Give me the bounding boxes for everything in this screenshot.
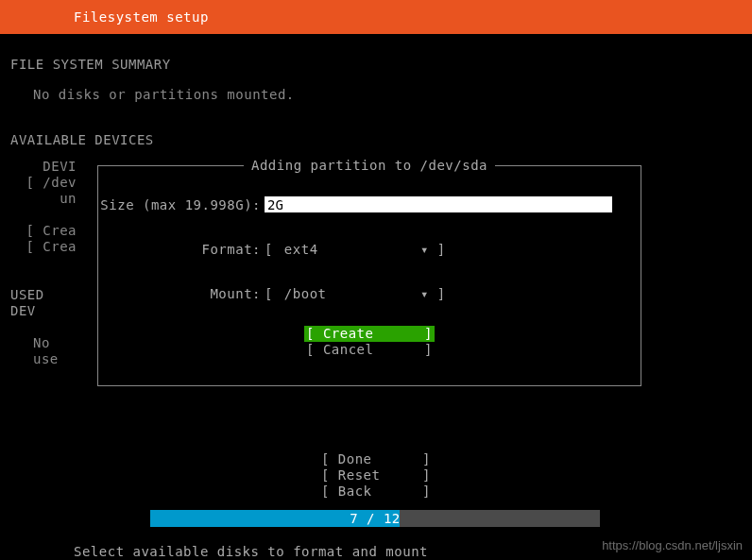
modal-title: Adding partition to /dev/sda [244,158,495,173]
header-title: Filesystem setup [74,9,209,25]
format-label: Format: [98,242,265,257]
mount-value: /boot [282,286,414,301]
add-partition-modal: Adding partition to /dev/sda Size (max 1… [97,165,641,386]
device-unit: un [10,191,77,207]
progress-bar: 7 / 12 [150,510,600,527]
size-label: Size (max 19.998G): [98,197,265,212]
back-button[interactable]: [ Back ] [0,484,752,500]
format-field-row: Format: [ ext4▾ ] [98,241,641,257]
mount-dropdown[interactable]: [ /boot▾ ] [265,286,446,301]
mount-label: Mount: [98,286,265,301]
file-system-summary-text: No disks or partitions mounted. [33,87,752,102]
watermark: https://blog.csdn.net/ljsxin [602,538,743,552]
chevron-down-icon: ▾ [414,286,437,301]
device-path: [ /dev [10,175,77,191]
used-devices-heading: USED DEV [10,287,77,319]
size-field-row: Size (max 19.998G): [98,196,641,212]
progress-text: 7 / 12 [350,510,401,527]
device-label: DEVI [10,159,77,175]
header-bar: Filesystem setup [0,0,752,34]
main-content: FILE SYSTEM SUMMARY No disks or partitio… [0,34,752,147]
cancel-button[interactable]: [ Cancel ] [306,342,433,358]
reset-button[interactable]: [ Reset ] [0,467,752,484]
create-option-2: [ Crea [10,239,77,255]
create-option-1: [ Crea [10,223,77,239]
done-button[interactable]: [ Done ] [0,451,752,467]
available-devices-heading: AVAILABLE DEVICES [10,132,752,147]
footer-buttons: [ Done ] [ Reset ] [ Back ] [0,451,752,500]
footer-hint: Select available disks to format and mou… [74,544,428,559]
format-value: ext4 [282,242,414,257]
create-button[interactable]: [ Create ] [304,326,435,342]
mount-field-row: Mount: [ /boot▾ ] [98,285,641,301]
left-column-truncated: DEVI [ /dev un [ Crea [ Crea USED DEV No… [10,159,77,351]
file-system-summary-heading: FILE SYSTEM SUMMARY [10,57,752,72]
chevron-down-icon: ▾ [414,242,437,257]
used-devices-text: No use [10,335,77,351]
format-dropdown[interactable]: [ ext4▾ ] [265,242,446,257]
size-input[interactable] [265,196,612,212]
